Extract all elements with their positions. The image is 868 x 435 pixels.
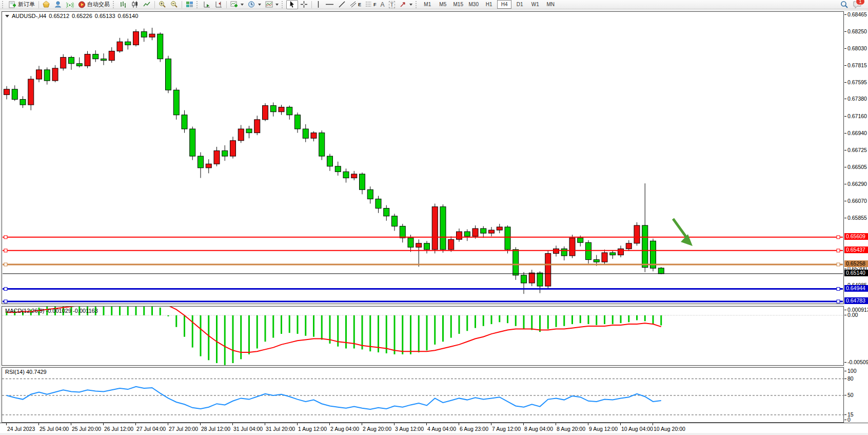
hline-handle[interactable] [4,249,7,252]
time-label: 31 Jul 20:00 [266,426,295,432]
hline-handle[interactable] [4,263,7,266]
macd-label: MACD(12,26,9) -0.001029 -0.001163 [5,308,98,314]
new-order-button[interactable]: 新订单 [7,0,37,9]
candle [376,196,381,213]
label-tool-letter: T [389,1,396,8]
search-icon[interactable] [840,1,849,9]
time-label: 9 Aug 12:00 [589,426,618,432]
new-order-icon [9,1,16,8]
time-label: 28 Jul 12:00 [201,426,230,432]
bar-chart-button[interactable] [117,0,129,9]
vertical-line-icon [315,1,321,8]
timeframe-m30-button[interactable]: M30 [466,0,481,9]
time-label: 7 Aug 12:00 [492,426,521,432]
candle [505,225,510,254]
candle [327,154,333,171]
timeframe-m1-button[interactable]: M1 [420,0,435,9]
crosshair-tool-button[interactable] [298,0,310,9]
timeframe-m15-button[interactable]: M15 [451,0,465,9]
hline-handle[interactable] [837,263,840,266]
timeframe-h1-button[interactable]: H1 [482,0,496,9]
new-chart-button[interactable] [228,0,246,9]
candle [287,106,292,120]
candle [513,247,519,280]
candle [101,53,107,65]
price-axis[interactable]: 0.684650.682500.680300.678150.675950.673… [844,11,868,423]
time-label: 24 Jul 2023 [7,426,35,432]
fibonacci-tool-button[interactable]: F [363,0,379,9]
zoom-out-icon [170,1,178,8]
trendline-icon [338,1,346,8]
hline-handle[interactable] [837,249,840,252]
cursor-tool-button[interactable] [286,0,298,9]
bar-chart-icon [120,1,127,8]
metaeditor-button[interactable] [41,0,52,9]
label-tool-button[interactable]: T [387,0,398,9]
vline-tool-button[interactable] [313,0,323,9]
candle [133,29,139,46]
signals-button[interactable] [64,0,76,9]
templates-icon [265,1,273,8]
time-label: 27 Jul 04:00 [136,426,166,432]
rsi-pane[interactable] [2,367,844,423]
price-tick: 0.67160 [847,113,867,119]
channel-tool-button[interactable]: E [348,0,363,9]
notifications-button[interactable]: 1 [853,1,862,9]
price-tick: 0.65855 [847,215,867,221]
toolbar-grip[interactable] [2,1,5,8]
candle [44,67,50,84]
chart-expander-icon[interactable] [5,15,9,17]
arrows-tool-button[interactable] [397,0,415,9]
tile-windows-button[interactable] [184,0,195,9]
auto-scroll-button[interactable] [201,0,213,9]
main-toolbar: 新订单 自动交易 [0,0,868,9]
autotrade-button[interactable]: 自动交易 [76,0,112,9]
macd-pane[interactable] [2,306,844,366]
timeframe-w1-button[interactable]: W1 [528,0,542,9]
price-tick: 0.66940 [847,130,867,136]
chart-shift-button[interactable] [213,0,225,9]
hline-handle[interactable] [4,288,7,291]
price-label-0.65258: 0.65258 [844,260,868,267]
text-tool-button[interactable]: A [379,0,387,9]
periods-button[interactable] [246,0,263,9]
hline-handle[interactable] [4,300,7,303]
crosshair-icon [300,1,308,8]
timeframe-m5-button[interactable]: M5 [436,0,450,9]
trendline-tool-button[interactable] [336,0,348,9]
price-label-0.65609: 0.65609 [844,233,868,240]
rsi-canvas [2,368,843,422]
time-axis[interactable]: 24 Jul 202325 Jul 04:0025 Jul 20:0026 Ju… [0,423,868,433]
hline-handle[interactable] [837,236,840,239]
hline-handle[interactable] [837,300,840,303]
time-label: 3 Aug 12:00 [395,426,424,432]
timeframe-mn-button[interactable]: MN [543,0,558,9]
text-tool-letter: A [381,1,385,8]
timeframe-h4-button[interactable]: H4 [497,0,511,9]
candle [222,145,228,161]
rsi-value: 40.7429 [26,369,47,375]
candle [497,224,502,233]
community-button[interactable] [52,0,64,9]
candle [69,56,74,70]
zoom-out-button[interactable] [168,0,180,9]
price-pane[interactable] [2,11,844,304]
candlestick-button[interactable] [129,0,141,9]
annotation-arrow[interactable] [673,219,693,246]
candle [12,85,17,101]
timeframe-d1-button[interactable]: D1 [512,0,527,9]
hline-handle[interactable] [4,236,7,239]
metaeditor-icon [43,1,50,8]
hline-tool-button[interactable] [323,0,336,9]
candle [76,58,82,68]
time-label: 31 Jul 04:00 [233,426,263,432]
zoom-in-button[interactable] [156,0,168,9]
price-tick: 0.67815 [847,62,867,68]
templates-button[interactable] [263,0,281,9]
hline-handle[interactable] [837,288,840,291]
chart-high-value: 0.65226 [72,13,92,19]
candle [238,125,244,143]
equidistant-channel-icon [350,1,357,8]
price-tick: 0.67380 [847,96,867,102]
line-chart-button[interactable] [141,0,153,9]
